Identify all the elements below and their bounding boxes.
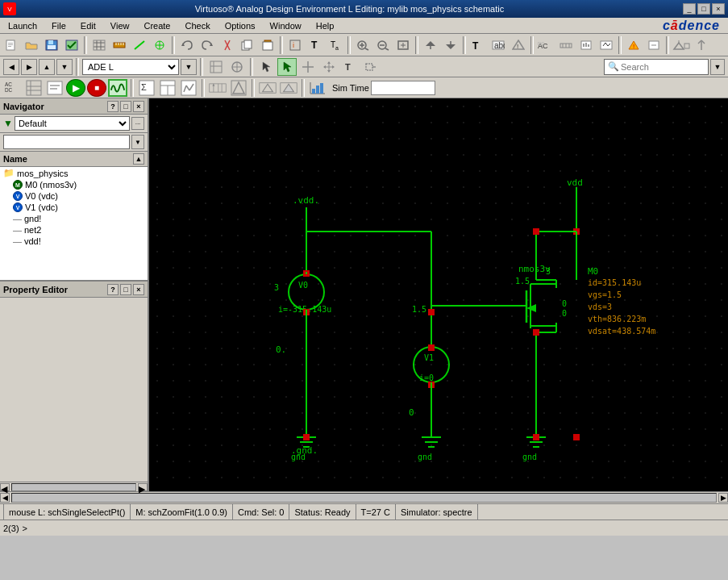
- menu-view[interactable]: View: [104, 19, 136, 32]
- menu-create[interactable]: Create: [137, 19, 177, 32]
- schematic-canvas[interactable]: .vdd. V0 i=-315.143u 3 0. .gnd.: [149, 98, 728, 491]
- tb-redo-btn[interactable]: [198, 36, 217, 54]
- tb-check2-btn[interactable]: abc: [489, 36, 508, 54]
- tb-plot-btn[interactable]: [179, 79, 198, 97]
- tb-hier-dn-btn[interactable]: [421, 36, 440, 54]
- tb-ade-btn1[interactable]: [206, 58, 226, 76]
- tb-annot-btn[interactable]: [229, 79, 248, 97]
- menu-edit[interactable]: Edit: [74, 19, 102, 32]
- tb-check-btn[interactable]: [62, 36, 81, 54]
- tb-select2-btn[interactable]: [277, 58, 297, 76]
- tb-ade-btn2[interactable]: [227, 58, 247, 76]
- tree-V1[interactable]: V V1 (vdc): [0, 202, 148, 213]
- tb-select3-btn[interactable]: [361, 58, 381, 76]
- nav-dropdown-btn[interactable]: ▼: [56, 59, 73, 75]
- tb-new-btn[interactable]: [2, 36, 21, 54]
- simtime-input[interactable]: [371, 81, 435, 95]
- hscroll-left-btn[interactable]: ◀: [0, 493, 10, 503]
- tb-prop-btn[interactable]: i: [285, 36, 305, 54]
- stop-button[interactable]: ■: [87, 79, 106, 97]
- navigator-help-btn[interactable]: ?: [107, 101, 119, 112]
- tree-M0[interactable]: M M0 (nmos3v): [0, 179, 148, 190]
- tb-copy-btn[interactable]: [238, 36, 257, 54]
- left-hscroll[interactable]: ◀ ▶: [0, 482, 148, 491]
- tree-scroll[interactable]: 📁 mos_physics M M0 (nmos3v) V V0 (vdc) V…: [0, 167, 148, 280]
- menu-options[interactable]: Options: [218, 19, 262, 32]
- maximize-button[interactable]: □: [697, 3, 710, 15]
- minimize-button[interactable]: _: [683, 3, 696, 15]
- tb-extra3-btn[interactable]: [672, 36, 691, 54]
- tb-extra2-btn[interactable]: [644, 36, 664, 54]
- hscroll[interactable]: ◀ ▶: [0, 491, 728, 503]
- tree-net2[interactable]: — net2: [0, 224, 148, 236]
- left-scroll-right-btn[interactable]: ▶: [138, 483, 148, 491]
- tb-save-btn[interactable]: [42, 36, 61, 54]
- ade-select[interactable]: ADE L: [82, 59, 179, 75]
- tree-V0[interactable]: V V0 (vdc): [0, 190, 148, 202]
- navigator-float-btn[interactable]: □: [120, 101, 131, 112]
- tb-corner-btn[interactable]: [258, 79, 277, 97]
- tb-inst-btn[interactable]: [150, 36, 169, 54]
- more-options-btn[interactable]: ···: [131, 117, 144, 130]
- tb-spec-btn[interactable]: [308, 79, 327, 97]
- tree-mos-physics[interactable]: 📁 mos_physics: [0, 167, 148, 179]
- tb-zoom-in-btn[interactable]: [353, 36, 372, 54]
- tb-wave-btn[interactable]: [108, 79, 127, 97]
- tb-calc-btn[interactable]: Σ: [137, 79, 156, 97]
- tb-text2-btn[interactable]: T: [340, 58, 360, 76]
- tb-table-btn[interactable]: [158, 79, 177, 97]
- tb-paste-btn[interactable]: [258, 36, 277, 54]
- close-button[interactable]: ×: [712, 3, 725, 15]
- tb-grid-btn[interactable]: [89, 36, 109, 54]
- prop-float-btn[interactable]: □: [120, 284, 131, 295]
- tb-cut-btn[interactable]: [218, 36, 237, 54]
- tb-pin-btn[interactable]: !: [509, 36, 528, 54]
- search-input[interactable]: [621, 62, 705, 72]
- menu-window[interactable]: Window: [264, 19, 308, 32]
- tb-undo-btn[interactable]: [177, 36, 197, 54]
- menu-check[interactable]: Check: [178, 19, 216, 32]
- tb-netlist2-btn[interactable]: [45, 79, 64, 97]
- tb-sim1-btn[interactable]: ACDC: [536, 36, 555, 54]
- tree-gnd[interactable]: — gnd!: [0, 213, 148, 224]
- menu-launch[interactable]: Launch: [2, 19, 44, 32]
- tb-wire-btn[interactable]: [130, 36, 149, 54]
- nav-up-btn[interactable]: ▲: [39, 59, 55, 75]
- tb-open-btn[interactable]: [22, 36, 41, 54]
- tree-vdd[interactable]: — vdd!: [0, 236, 148, 247]
- search-dropdown-btn[interactable]: ▼: [710, 59, 725, 75]
- run-button[interactable]: ▶: [66, 79, 85, 97]
- tb-sim4-btn[interactable]: [597, 36, 616, 54]
- tb-pan-btn[interactable]: [319, 58, 339, 76]
- menu-help[interactable]: Help: [310, 19, 341, 32]
- tb-T-btn[interactable]: T: [306, 36, 325, 54]
- tb-corner2-btn[interactable]: [279, 79, 298, 97]
- nav-search-input[interactable]: [3, 135, 130, 149]
- menu-file[interactable]: File: [45, 19, 73, 32]
- hscroll-track[interactable]: [11, 493, 717, 503]
- tb-sim2-btn[interactable]: [556, 36, 576, 54]
- tb-ruler-btn[interactable]: [110, 36, 129, 54]
- hscroll-right-btn[interactable]: ▶: [718, 493, 728, 503]
- tb-hier-up-btn[interactable]: [441, 36, 460, 54]
- tb-extra1-btn[interactable]: !: [624, 36, 643, 54]
- prop-help-btn[interactable]: ?: [107, 284, 119, 295]
- tb-cursor-btn[interactable]: [298, 58, 318, 76]
- navigator-close-btn[interactable]: ×: [133, 101, 144, 112]
- tb-meas-btn[interactable]: [208, 79, 227, 97]
- nav-search-dropdown[interactable]: ▼: [131, 135, 144, 149]
- nav-back-btn[interactable]: ◀: [3, 59, 19, 75]
- tb-select-btn[interactable]: [256, 58, 276, 76]
- left-scroll-track[interactable]: [11, 483, 136, 491]
- tb-text-btn[interactable]: T: [468, 36, 488, 54]
- tb-netlist-btn[interactable]: [24, 79, 44, 97]
- tb-extra4-btn[interactable]: [692, 36, 711, 54]
- tree-scroll-up[interactable]: ▲: [133, 153, 144, 165]
- tb-zoom-fit-btn[interactable]: [393, 36, 413, 54]
- tb-T2-btn[interactable]: Ta: [326, 36, 345, 54]
- prop-close-btn[interactable]: ×: [133, 284, 144, 295]
- ade-dropdown-btn[interactable]: ▼: [181, 59, 197, 75]
- tb-ac-dc-btn[interactable]: ACDC: [3, 79, 23, 97]
- tb-zoom-out-btn[interactable]: [373, 36, 393, 54]
- tb-sim3-btn[interactable]: [576, 36, 596, 54]
